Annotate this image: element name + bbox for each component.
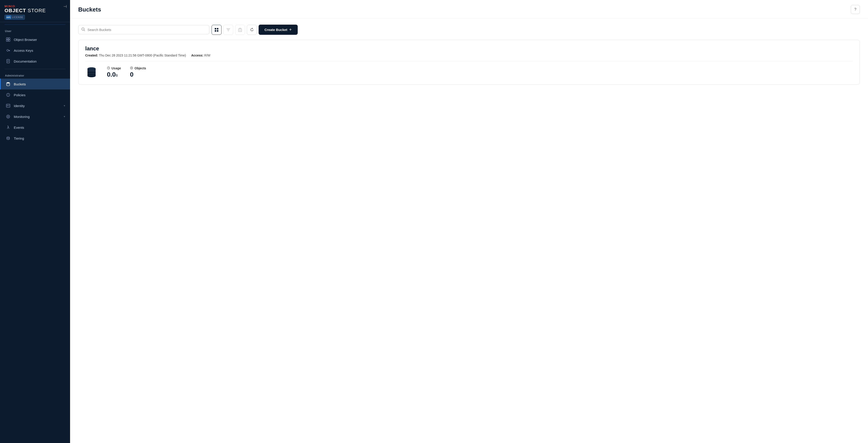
usage-header: Usage — [107, 66, 121, 70]
sidebar: MINIO OBJECT STORE AGPL LICENSE ⊣ User — [0, 0, 70, 443]
refresh-button[interactable] — [247, 25, 257, 35]
brand: MINIO OBJECT STORE AGPL LICENSE — [4, 4, 66, 20]
svg-point-25 — [7, 137, 9, 138]
bucket-card-divider — [85, 61, 853, 62]
sidebar-item-policies[interactable]: ! Policies — [0, 90, 70, 100]
svg-point-45 — [131, 68, 132, 68]
object-browser-icon — [6, 37, 11, 42]
sidebar-item-buckets[interactable]: Buckets — [0, 79, 70, 90]
bucket-icon-wrap — [85, 66, 98, 79]
main-header: Buckets ? — [70, 0, 868, 18]
svg-point-6 — [7, 49, 8, 51]
svg-rect-7 — [8, 50, 10, 51]
svg-text:!: ! — [8, 94, 8, 96]
sidebar-item-events-label: Events — [14, 126, 65, 130]
svg-rect-30 — [215, 30, 216, 32]
sidebar-item-documentation[interactable]: Documentation — [0, 56, 70, 67]
access-value: R/W — [204, 54, 211, 57]
license-badge: AGPL LICENSE — [4, 15, 25, 20]
sidebar-item-policies-label: Policies — [14, 93, 65, 97]
section-user-label: User — [0, 27, 70, 34]
objects-value: 0 — [130, 71, 146, 78]
sidebar-item-identity-label: Identity — [14, 104, 61, 108]
svg-line-27 — [84, 30, 85, 31]
sidebar-item-object-browser-label: Object Browser — [14, 38, 65, 41]
license-text: LICENSE — [12, 16, 23, 19]
svg-rect-2 — [6, 38, 8, 39]
svg-point-24 — [8, 116, 8, 117]
identity-icon — [6, 103, 11, 108]
sidebar-item-documentation-label: Documentation — [14, 59, 65, 63]
search-wrapper — [78, 25, 209, 34]
monitoring-chevron-icon: ▾ — [64, 115, 65, 118]
svg-point-44 — [130, 67, 133, 69]
section-admin-label: Administrator — [0, 71, 70, 79]
svg-rect-31 — [217, 30, 219, 32]
sidebar-item-buckets-label: Buckets — [14, 82, 65, 86]
filter-button[interactable] — [223, 25, 233, 35]
svg-text:AGPL: AGPL — [6, 16, 11, 18]
sidebar-header: MINIO OBJECT STORE AGPL LICENSE ⊣ — [0, 0, 70, 22]
identity-chevron-icon: ▾ — [64, 104, 65, 107]
brand-label: MINIO — [4, 4, 66, 8]
brand-title-bold: OBJECT — [4, 8, 26, 13]
sidebar-divider-1 — [4, 24, 66, 25]
brand-title-light: STORE — [26, 8, 46, 13]
documentation-icon — [6, 59, 11, 64]
create-bucket-plus-icon: + — [289, 27, 292, 32]
objects-icon — [130, 66, 133, 70]
bucket-stats: Usage 0.0B Objects 0 — [85, 66, 853, 79]
page-title: Buckets — [78, 6, 101, 13]
sidebar-item-tiering[interactable]: Tiering — [0, 133, 70, 144]
objects-stat: Objects 0 — [130, 66, 146, 78]
bucket-meta: Created: Thu Dec 28 2023 11:21:56 GMT-08… — [85, 54, 853, 57]
toolbar: Create Bucket + — [78, 25, 860, 35]
sidebar-item-object-browser[interactable]: Object Browser — [0, 34, 70, 45]
bucket-card[interactable]: lance Created: Thu Dec 28 2023 11:21:56 … — [78, 40, 860, 85]
usage-label: Usage — [112, 66, 121, 70]
usage-unit: B — [116, 74, 118, 77]
access-keys-icon — [6, 48, 11, 53]
events-icon: λ — [6, 125, 11, 130]
bucket-name: lance — [85, 45, 853, 52]
grid-view-button[interactable] — [212, 25, 221, 35]
create-bucket-button[interactable]: Create Bucket + — [258, 25, 298, 35]
svg-point-19 — [7, 105, 8, 106]
svg-rect-8 — [9, 51, 10, 51]
svg-rect-5 — [8, 40, 10, 41]
svg-rect-4 — [6, 40, 8, 41]
bucket-storage-icon — [86, 66, 97, 78]
create-bucket-label: Create Bucket — [265, 28, 287, 32]
toolbar-buttons: Create Bucket + — [212, 25, 298, 35]
tiering-icon — [6, 136, 11, 141]
access-label: Access: — [191, 54, 204, 57]
license-badge-icon: AGPL — [6, 15, 11, 19]
objects-header: Objects — [130, 66, 146, 70]
sidebar-item-access-keys-label: Access Keys — [14, 48, 65, 53]
svg-rect-29 — [217, 28, 219, 30]
usage-value: 0.0B — [107, 71, 121, 78]
main-content-area: Buckets ? — [70, 0, 868, 443]
policies-icon: ! — [6, 92, 11, 97]
svg-rect-18 — [6, 104, 10, 107]
search-input[interactable] — [78, 25, 209, 34]
sidebar-item-events[interactable]: λ Events — [0, 122, 70, 133]
brand-license: AGPL LICENSE — [4, 15, 66, 20]
svg-rect-3 — [8, 38, 10, 39]
objects-label: Objects — [134, 66, 146, 70]
search-icon — [81, 27, 85, 32]
usage-stat: Usage 0.0B — [107, 66, 121, 78]
buckets-content: Create Bucket + lance Created: Thu Dec 2… — [70, 18, 868, 443]
sidebar-item-monitoring[interactable]: Monitoring ▾ — [0, 111, 70, 122]
sidebar-collapse-button[interactable]: ⊣ — [63, 4, 67, 9]
usage-icon — [107, 66, 110, 70]
created-value: Thu Dec 28 2023 11:21:56 GMT-0800 (Pacif… — [99, 54, 186, 57]
sidebar-item-identity[interactable]: Identity ▾ — [0, 100, 70, 111]
help-button[interactable]: ? — [851, 5, 860, 14]
delete-button[interactable] — [235, 25, 245, 35]
brand-title: OBJECT STORE — [4, 8, 66, 13]
created-label: Created: — [85, 54, 98, 57]
buckets-icon — [6, 81, 11, 87]
svg-point-13 — [6, 82, 10, 83]
sidebar-item-access-keys[interactable]: Access Keys — [0, 45, 70, 56]
